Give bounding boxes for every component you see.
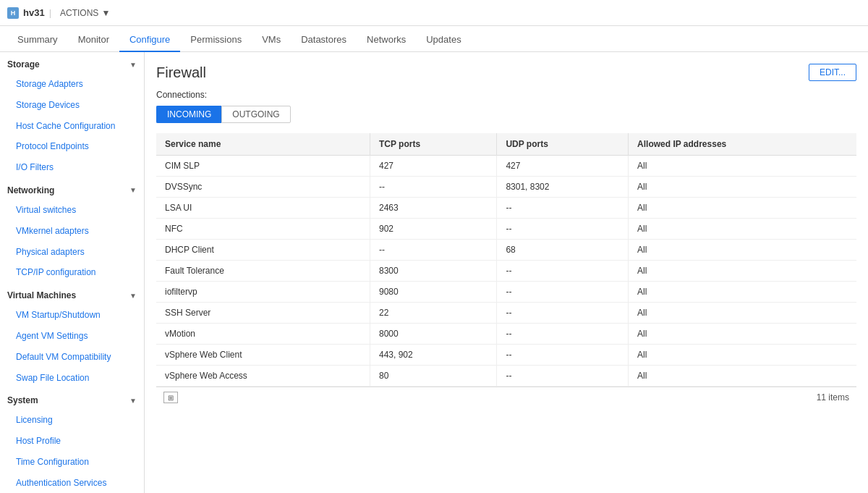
sidebar-item-virtual-switches[interactable]: Virtual switches <box>0 200 144 221</box>
sidebar-item-storage-devices[interactable]: Storage Devices <box>0 95 144 116</box>
col-service-name: Service name <box>156 133 370 156</box>
firewall-table: Service name TCP ports UDP ports Allowed… <box>156 133 856 387</box>
content-footer: ⊞ 11 items <box>156 387 856 408</box>
table-row: Fault Tolerance8300--All <box>156 261 856 282</box>
cell-service-3: NFC <box>156 219 370 240</box>
section-vm-label: Virtual Machines <box>7 290 76 300</box>
cell-allowed-8: All <box>629 324 856 345</box>
cell-allowed-10: All <box>629 366 856 387</box>
tab-vms[interactable]: VMs <box>252 28 291 52</box>
cell-udp-7: -- <box>497 303 629 324</box>
cell-udp-3: -- <box>497 219 629 240</box>
connection-toggle: INCOMING OUTGOING <box>156 106 856 123</box>
section-system[interactable]: System ▼ <box>0 388 144 410</box>
cell-allowed-9: All <box>629 345 856 366</box>
hostname: hv31 <box>23 7 45 18</box>
page-title: Firewall <box>156 64 206 81</box>
cell-allowed-4: All <box>629 240 856 261</box>
tab-permissions[interactable]: Permissions <box>180 28 252 52</box>
actions-button[interactable]: ACTIONS ▼ <box>56 7 114 20</box>
table-row: LSA UI2463--All <box>156 198 856 219</box>
table-row: DHCP Client--68All <box>156 240 856 261</box>
sidebar-item-default-vm-compat[interactable]: Default VM Compatibility <box>0 347 144 368</box>
title-divider: | <box>49 7 51 18</box>
sidebar-item-time-config[interactable]: Time Configuration <box>0 452 144 473</box>
table-row: iofiltervp9080--All <box>156 282 856 303</box>
sidebar-item-physical-adapters[interactable]: Physical adapters <box>0 242 144 263</box>
sidebar-item-io-filters[interactable]: I/O Filters <box>0 157 144 178</box>
outgoing-toggle[interactable]: OUTGOING <box>221 106 290 123</box>
table-row: CIM SLP427427All <box>156 156 856 177</box>
sidebar-item-licensing[interactable]: Licensing <box>0 410 144 431</box>
section-virtual-machines[interactable]: Virtual Machines ▼ <box>0 283 144 305</box>
table-row: DVSSync--8301, 8302All <box>156 177 856 198</box>
sidebar-item-agent-vm-settings[interactable]: Agent VM Settings <box>0 326 144 347</box>
section-storage-chevron: ▼ <box>129 61 137 69</box>
sidebar-item-storage-adapters[interactable]: Storage Adapters <box>0 74 144 95</box>
tab-configure[interactable]: Configure <box>119 28 180 52</box>
cell-service-9: vSphere Web Client <box>156 345 370 366</box>
top-bar: H hv31 | ACTIONS ▼ <box>0 0 868 26</box>
sidebar-item-vmkernel-adapters[interactable]: VMkernel adapters <box>0 221 144 242</box>
cell-tcp-7: 22 <box>370 303 496 324</box>
cell-tcp-4: -- <box>370 240 496 261</box>
connections-label: Connections: <box>156 90 856 100</box>
cell-udp-2: -- <box>497 198 629 219</box>
edit-button[interactable]: EDIT... <box>809 64 856 81</box>
cell-udp-9: -- <box>497 345 629 366</box>
col-tcp-ports: TCP ports <box>370 133 496 156</box>
tab-datastores[interactable]: Datastores <box>291 28 357 52</box>
sidebar-item-tcpip-config[interactable]: TCP/IP configuration <box>0 262 144 283</box>
cell-service-6: iofiltervp <box>156 282 370 303</box>
cell-tcp-0: 427 <box>370 156 496 177</box>
cell-allowed-7: All <box>629 303 856 324</box>
col-allowed-ip: Allowed IP addresses <box>629 133 856 156</box>
col-udp-ports: UDP ports <box>497 133 629 156</box>
cell-service-4: DHCP Client <box>156 240 370 261</box>
cell-allowed-0: All <box>629 156 856 177</box>
sidebar-item-swap-file[interactable]: Swap File Location <box>0 368 144 389</box>
cell-udp-10: -- <box>497 366 629 387</box>
tab-summary[interactable]: Summary <box>7 28 68 52</box>
cell-udp-8: -- <box>497 324 629 345</box>
tab-monitor[interactable]: Monitor <box>68 28 119 52</box>
cell-tcp-8: 8000 <box>370 324 496 345</box>
cell-allowed-2: All <box>629 198 856 219</box>
cell-tcp-2: 2463 <box>370 198 496 219</box>
cell-udp-5: -- <box>497 261 629 282</box>
table-header-row: Service name TCP ports UDP ports Allowed… <box>156 133 856 156</box>
cell-udp-4: 68 <box>497 240 629 261</box>
cell-tcp-3: 902 <box>370 219 496 240</box>
section-storage[interactable]: Storage ▼ <box>0 52 144 74</box>
cell-service-2: LSA UI <box>156 198 370 219</box>
columns-icon[interactable]: ⊞ <box>163 392 178 403</box>
section-networking[interactable]: Networking ▼ <box>0 178 144 200</box>
content-area: Firewall EDIT... Connections: INCOMING O… <box>145 52 868 493</box>
cell-service-8: vMotion <box>156 324 370 345</box>
main-layout: Storage ▼ Storage Adapters Storage Devic… <box>0 52 868 493</box>
sidebar-item-vm-startup[interactable]: VM Startup/Shutdown <box>0 305 144 326</box>
cell-service-5: Fault Tolerance <box>156 261 370 282</box>
incoming-toggle[interactable]: INCOMING <box>156 106 221 123</box>
section-system-label: System <box>7 395 38 405</box>
cell-tcp-9: 443, 902 <box>370 345 496 366</box>
tab-networks[interactable]: Networks <box>357 28 416 52</box>
table-row: SSH Server22--All <box>156 303 856 324</box>
cell-allowed-1: All <box>629 177 856 198</box>
sidebar-item-auth-services[interactable]: Authentication Services <box>0 473 144 493</box>
tab-updates[interactable]: Updates <box>416 28 471 52</box>
cell-udp-1: 8301, 8302 <box>497 177 629 198</box>
host-title: H hv31 <box>7 7 45 19</box>
sidebar-item-protocol-endpoints[interactable]: Protocol Endpoints <box>0 136 144 157</box>
host-icon: H <box>7 7 19 19</box>
section-storage-label: Storage <box>7 59 40 69</box>
cell-allowed-3: All <box>629 219 856 240</box>
sidebar-item-host-profile[interactable]: Host Profile <box>0 431 144 452</box>
sidebar: Storage ▼ Storage Adapters Storage Devic… <box>0 52 145 493</box>
cell-service-1: DVSSync <box>156 177 370 198</box>
cell-allowed-5: All <box>629 261 856 282</box>
section-vm-chevron: ▼ <box>129 292 137 300</box>
section-networking-chevron: ▼ <box>129 186 137 194</box>
sidebar-item-host-cache[interactable]: Host Cache Configuration <box>0 116 144 137</box>
section-system-chevron: ▼ <box>129 397 137 405</box>
